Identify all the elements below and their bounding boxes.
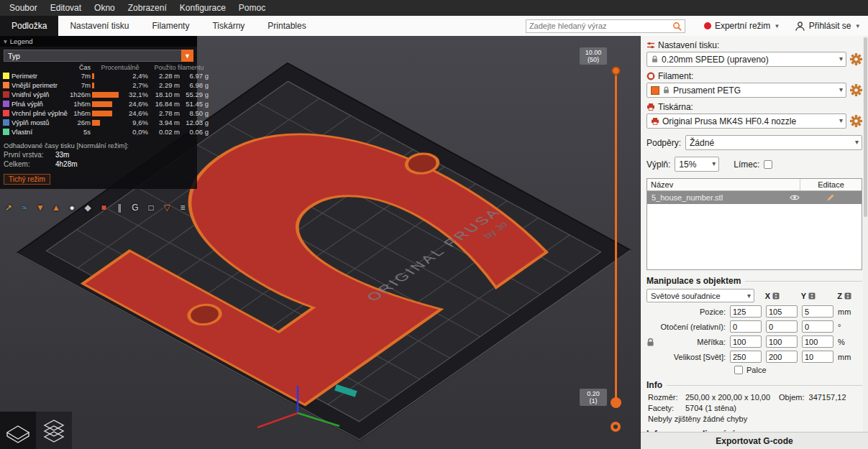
edit-object-icon[interactable]	[826, 193, 835, 202]
legend-row-time: 7m	[69, 81, 91, 89]
print-settings-gear-icon[interactable]	[850, 53, 862, 65]
legend-row-length: 2.78 m	[150, 109, 180, 117]
login-label: Přihlásit se	[809, 21, 851, 31]
lock-icon	[651, 55, 659, 63]
legend-row-bar	[92, 111, 112, 116]
info-facets-row: Facety: 5704 (1 stěna)	[648, 404, 861, 412]
export-gcode-label: Exportovat G-code	[716, 436, 792, 446]
tab-tiskarny[interactable]: Tiskárny	[201, 16, 256, 36]
menu-editovat[interactable]: Editovat	[44, 0, 88, 16]
retractions-icon[interactable]: ▼	[35, 202, 46, 213]
size-x-input[interactable]	[730, 351, 762, 363]
tab-filamenty[interactable]: Filamenty	[140, 16, 201, 36]
view-switcher	[0, 412, 72, 449]
menu-soubor[interactable]: Soubor	[3, 0, 44, 16]
axis-x-settings-icon[interactable]	[772, 292, 780, 300]
inches-checkbox[interactable]	[734, 366, 743, 374]
position-x-input[interactable]	[730, 305, 762, 318]
tool-marker-icon[interactable]: ▽	[161, 202, 173, 213]
legend-toggle-icon[interactable]: ≡	[177, 202, 188, 213]
rotation-x-input[interactable]	[730, 320, 762, 333]
chevron-down-icon: ▾	[839, 116, 843, 124]
top-layer-number: (50)	[580, 56, 607, 63]
legend-row-label: Výplň mostů	[12, 119, 68, 126]
travels-icon[interactable]: ↗	[3, 202, 14, 213]
layer-slider-bottom-handle[interactable]	[611, 397, 621, 408]
legend-row-bar	[92, 120, 100, 126]
wipe-icon[interactable]: ≈	[19, 202, 30, 213]
eye-icon[interactable]	[790, 194, 800, 201]
object-list: Název Editace 5_house_number.stl	[647, 178, 862, 270]
print-settings-select[interactable]: 0.20mm SPEED (upraveno) ▾	[647, 52, 846, 67]
printer-gear-icon[interactable]	[850, 115, 862, 127]
search-icon[interactable]	[672, 22, 682, 31]
stealth-mode-toggle[interactable]: Tichý režim	[4, 174, 50, 185]
filament-select[interactable]: Prusament PETG ▾	[647, 83, 846, 98]
pause-prints-icon[interactable]: ∥	[114, 202, 125, 213]
printer-section-label: Tiskárna:	[647, 102, 862, 112]
login-button[interactable]: Přihlásit se ▾	[795, 21, 859, 32]
printer-select[interactable]: Original Prusa MK4S HF0.4 nozzle ▾	[647, 114, 846, 129]
supports-select[interactable]: Žádné ▾	[685, 135, 862, 150]
volume-value: 347157,12	[809, 393, 846, 402]
view-type-select[interactable]: Typ ▼	[4, 50, 193, 62]
rotation-y-input[interactable]	[766, 320, 798, 333]
printer-icon	[647, 103, 655, 111]
menu-konfigurace[interactable]: Konfigurace	[173, 0, 232, 16]
menu-bar: Soubor Editovat Okno Zobrazení Konfigura…	[0, 0, 868, 16]
size-z-input[interactable]	[802, 351, 833, 363]
legend-row-percent: 0,0%	[124, 128, 148, 136]
legend-header[interactable]: ▾ Legend	[0, 36, 197, 47]
size-label: Velikost [Svět]:	[641, 353, 730, 361]
deretractions-icon[interactable]: ▲	[50, 202, 62, 213]
position-label: Pozice:	[641, 307, 730, 316]
manipulation-title: Manipulace s objektem	[647, 276, 862, 286]
scale-y-input[interactable]	[766, 335, 798, 348]
extrusion-color-chip	[3, 129, 9, 135]
seams-icon[interactable]: ●	[66, 202, 78, 213]
infill-label: Výplň:	[647, 159, 670, 170]
legend-row-time: 1h26m	[69, 91, 91, 98]
color-changes-icon[interactable]: ■	[98, 202, 109, 213]
axis-y-settings-icon[interactable]	[808, 292, 816, 300]
slider-ring-icon[interactable]	[611, 422, 621, 432]
filament-gear-icon[interactable]	[850, 84, 862, 96]
custom-gcodes-icon[interactable]: G	[129, 202, 141, 213]
tab-printables[interactable]: Printables	[256, 16, 317, 36]
sidebar-scrollbar[interactable]	[863, 36, 868, 432]
search-input[interactable]	[529, 22, 672, 30]
tab-podlozka[interactable]: Podložka	[0, 16, 58, 36]
infill-select[interactable]: 15% ▾	[675, 157, 719, 172]
3d-editor-view-button[interactable]	[0, 412, 36, 449]
menu-pomoc[interactable]: Pomoc	[232, 0, 272, 16]
export-gcode-button[interactable]: Exportovat G-code	[641, 432, 868, 449]
position-z-input[interactable]	[802, 305, 833, 318]
object-row[interactable]: 5_house_number.stl	[647, 191, 862, 204]
position-y-input[interactable]	[766, 305, 798, 318]
mode-selector[interactable]: Expertní režim ▾	[704, 21, 779, 31]
coordinate-system-select[interactable]: Světové souřadnice ▾	[647, 289, 754, 302]
scale-z-input[interactable]	[802, 335, 833, 348]
shells-icon[interactable]: □	[145, 202, 157, 213]
view-type-label: Typ	[8, 52, 20, 60]
tab-nastaveni-tisku[interactable]: Nastavení tisku	[58, 16, 140, 36]
layer-slider-track[interactable]	[615, 70, 617, 402]
scrollbar-thumb[interactable]	[864, 37, 867, 217]
rotation-z-input[interactable]	[802, 320, 833, 333]
legend-row-time: 1h6m	[69, 109, 91, 117]
layer-slider-top-handle[interactable]	[611, 66, 621, 75]
uniform-scale-lock-icon[interactable]	[646, 338, 655, 347]
size-y-input[interactable]	[766, 351, 798, 363]
tool-changes-icon[interactable]: ◆	[82, 202, 93, 213]
menu-okno[interactable]: Okno	[88, 0, 122, 16]
scale-x-input[interactable]	[730, 335, 762, 348]
axis-z-settings-icon[interactable]	[844, 292, 851, 300]
3d-viewport[interactable]: 5 ORIGINAL PRUSA by Jo ▾ Legend	[0, 36, 641, 449]
legend-column-headers: Čas Procentuálně Použito filamentu	[0, 64, 197, 71]
brim-checkbox[interactable]	[764, 160, 772, 169]
menu-zobrazeni[interactable]: Zobrazení	[122, 0, 173, 16]
preview-view-button[interactable]	[36, 412, 72, 449]
legend-row-label: Vrchní plné výplně	[12, 109, 68, 117]
expert-mode-dot-icon	[704, 22, 711, 29]
legend-row-weight: 0.06 g	[181, 128, 209, 136]
